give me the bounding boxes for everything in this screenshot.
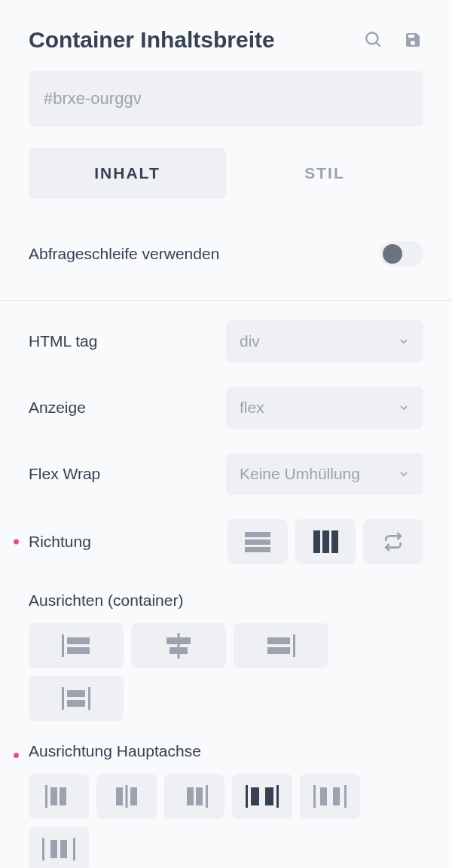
svg-rect-33 xyxy=(265,787,273,805)
flex-wrap-value: Keine Umhüllung xyxy=(240,465,360,483)
svg-rect-14 xyxy=(293,634,295,657)
svg-line-1 xyxy=(376,42,380,46)
search-icon[interactable] xyxy=(363,29,384,50)
direction-column-option[interactable] xyxy=(295,519,356,564)
svg-rect-28 xyxy=(187,787,194,805)
svg-rect-29 xyxy=(196,787,203,805)
svg-rect-3 xyxy=(245,539,270,545)
svg-rect-7 xyxy=(331,530,338,553)
svg-rect-41 xyxy=(60,840,67,858)
svg-rect-20 xyxy=(67,700,85,707)
element-id-box[interactable]: #brxe-ourggv xyxy=(29,71,423,127)
svg-rect-16 xyxy=(267,647,290,654)
svg-rect-30 xyxy=(246,785,248,808)
justify-end[interactable] xyxy=(164,774,224,819)
query-loop-toggle[interactable] xyxy=(380,241,423,267)
svg-rect-21 xyxy=(45,785,47,808)
chevron-down-icon xyxy=(398,335,410,347)
svg-rect-4 xyxy=(245,547,270,552)
direction-label: Richtung xyxy=(29,533,228,551)
svg-rect-18 xyxy=(88,687,90,710)
svg-rect-13 xyxy=(170,647,188,654)
direction-reverse-option[interactable] xyxy=(363,519,423,564)
svg-rect-38 xyxy=(42,838,44,860)
justify-start[interactable] xyxy=(29,774,89,819)
svg-point-0 xyxy=(366,32,377,44)
svg-rect-24 xyxy=(126,785,128,808)
svg-rect-37 xyxy=(333,787,340,805)
tab-content[interactable]: INHALT xyxy=(29,148,226,199)
flex-wrap-label: Flex Wrap xyxy=(29,465,226,483)
justify-center[interactable] xyxy=(96,774,157,819)
flex-wrap-select[interactable]: Keine Umhüllung xyxy=(226,453,423,495)
svg-rect-11 xyxy=(178,633,180,659)
html-tag-row: HTML tag div xyxy=(0,301,452,374)
direction-row-option[interactable] xyxy=(228,519,288,564)
save-icon[interactable] xyxy=(402,29,423,50)
svg-rect-5 xyxy=(313,530,320,553)
svg-rect-8 xyxy=(62,634,64,657)
svg-rect-36 xyxy=(320,787,327,805)
align-container-center[interactable] xyxy=(131,623,226,668)
svg-rect-35 xyxy=(344,785,347,808)
toggle-knob xyxy=(383,244,402,264)
svg-rect-9 xyxy=(67,637,90,644)
element-id: #brxe-ourggv xyxy=(44,89,142,108)
modified-indicator xyxy=(14,539,19,545)
tab-bar: INHALT STIL xyxy=(29,148,423,199)
html-tag-select[interactable]: div xyxy=(226,320,423,362)
svg-rect-19 xyxy=(67,690,85,697)
svg-rect-34 xyxy=(313,785,316,808)
display-value: flex xyxy=(240,399,264,417)
svg-rect-2 xyxy=(245,532,270,537)
svg-rect-25 xyxy=(116,787,123,805)
header-actions xyxy=(363,29,423,50)
panel-header: Container Inhaltsbreite xyxy=(0,0,452,71)
display-row: Anzeige flex xyxy=(0,374,452,441)
svg-rect-40 xyxy=(50,840,57,858)
tab-style[interactable]: STIL xyxy=(226,148,423,199)
settings-panel: Container Inhaltsbreite #brxe-ourggv INH… xyxy=(0,0,452,868)
svg-rect-32 xyxy=(251,787,259,805)
direction-row: Richtung xyxy=(0,507,452,576)
align-container-start[interactable] xyxy=(29,623,124,668)
align-container-stretch[interactable] xyxy=(29,676,124,721)
flex-wrap-row: Flex Wrap Keine Umhüllung xyxy=(0,441,452,507)
svg-rect-26 xyxy=(130,787,137,805)
display-select[interactable]: flex xyxy=(226,387,423,429)
justify-around[interactable] xyxy=(300,774,360,819)
query-loop-label: Abfrageschleife verwenden xyxy=(29,245,380,263)
svg-rect-31 xyxy=(276,785,279,808)
svg-rect-12 xyxy=(166,637,191,644)
svg-rect-22 xyxy=(50,787,57,805)
justify-main-heading: Ausrichtung Hauptachse xyxy=(0,727,452,768)
chevron-down-icon xyxy=(398,468,410,480)
align-container-label: Ausrichten (container) xyxy=(0,576,452,617)
svg-rect-39 xyxy=(73,838,75,860)
align-container-end[interactable] xyxy=(234,623,328,668)
html-tag-label: HTML tag xyxy=(29,332,226,350)
svg-rect-27 xyxy=(206,785,208,808)
modified-indicator xyxy=(14,753,19,758)
justify-between[interactable] xyxy=(232,774,292,819)
query-loop-row: Abfrageschleife verwenden xyxy=(0,229,452,279)
html-tag-value: div xyxy=(240,332,260,350)
svg-rect-10 xyxy=(67,647,90,654)
chevron-down-icon xyxy=(398,402,410,414)
direction-options xyxy=(228,519,423,564)
svg-rect-17 xyxy=(62,687,64,710)
svg-rect-15 xyxy=(267,637,290,644)
panel-title: Container Inhaltsbreite xyxy=(29,27,363,53)
display-label: Anzeige xyxy=(29,399,226,417)
align-container-options xyxy=(0,617,452,727)
justify-main-options xyxy=(0,768,452,868)
svg-rect-6 xyxy=(322,530,329,553)
svg-rect-23 xyxy=(60,787,66,805)
justify-evenly[interactable] xyxy=(29,827,89,868)
justify-main-label: Ausrichtung Hauptachse xyxy=(29,742,201,760)
